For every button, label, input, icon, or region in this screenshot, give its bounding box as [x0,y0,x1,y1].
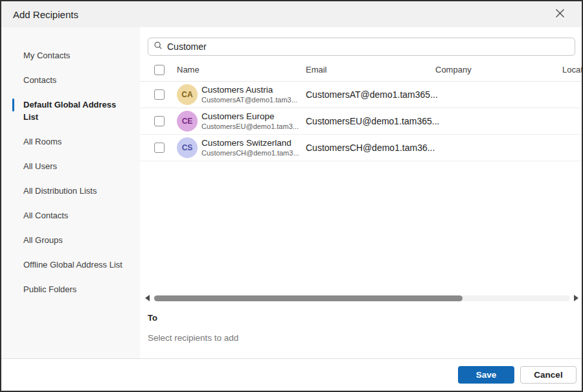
recipient-name: Customers Austria [201,85,297,95]
sidebar-item-all-contacts[interactable]: All Contacts [1,203,140,228]
sidebar-item-label: Public Folders [23,284,76,294]
to-placeholder-text: Select recipients to add [148,333,574,343]
sidebar-item-all-users[interactable]: All Users [1,154,140,179]
column-header-name: Name [177,65,306,75]
recipient-alias: CustomersEU@demo1.tam3... [201,122,299,131]
dialog-footer: Save Cancel [1,358,582,391]
scrollbar-track[interactable] [154,295,570,301]
avatar: CA [177,84,198,105]
to-label: To [148,313,574,323]
cancel-button[interactable]: Cancel [520,366,577,384]
sidebar-item-label: All Contacts [23,211,68,220]
dialog-titlebar: Add Recipients [1,1,582,27]
row-checkbox[interactable] [154,89,165,100]
sidebar-item-contacts[interactable]: Contacts [1,68,140,93]
table-row[interactable]: CA Customers Austria CustomersAT@demo1.t… [140,82,582,108]
table-header: Name Email Company Location [140,58,582,82]
recipient-name: Customers Switzerland [201,138,299,148]
sidebar-item-label: All Rooms [23,137,62,146]
to-section: To Select recipients to add [140,304,582,358]
sidebar-item-label: Contacts [23,75,56,85]
scrollbar-right-arrow-icon[interactable] [574,295,578,301]
recipient-name: Customers Europe [201,111,299,122]
selected-indicator [12,98,14,111]
select-all-checkbox[interactable] [154,65,165,75]
scrollbar-left-arrow-icon[interactable] [145,295,150,301]
table-row[interactable]: CS Customers Switzerland CustomersCH@dem… [140,135,582,161]
close-icon [555,8,565,20]
recipient-alias: CustomersAT@demo1.tam3... [201,95,297,104]
column-header-company: Company [435,65,562,75]
avatar: CE [177,111,198,132]
dialog-title: Add Recipients [13,9,78,20]
close-button[interactable] [551,5,569,23]
scrollbar-thumb[interactable] [154,295,463,301]
recipients-panel: Name Email Company Location CA Customers… [140,27,582,358]
row-checkbox[interactable] [154,143,165,153]
search-area [140,27,582,58]
sidebar-item-label: All Groups [23,235,63,245]
recipient-email: CustomersCH@demo1.tam36... [306,143,435,153]
sidebar-item-public-folders[interactable]: Public Folders [1,277,140,302]
sidebar-item-default-global-address-list[interactable]: Default Global Address List [1,93,140,130]
column-header-email: Email [306,65,435,75]
sidebar-item-all-distribution-lists[interactable]: All Distribution Lists [1,179,140,203]
search-box [148,38,575,56]
sidebar-item-label: All Users [23,161,57,171]
sidebar-item-all-rooms[interactable]: All Rooms [1,130,140,154]
sidebar-item-label: My Contacts [23,51,70,60]
recipient-email: CustomersEU@demo1.tam365... [306,116,439,126]
sidebar-item-my-contacts[interactable]: My Contacts [1,43,140,68]
address-list-sidebar: My Contacts Contacts Default Global Addr… [1,27,140,358]
sidebar-item-all-groups[interactable]: All Groups [1,228,140,253]
search-icon [154,41,167,52]
search-input[interactable] [167,41,569,52]
sidebar-item-label: All Distribution Lists [23,186,97,196]
add-recipients-dialog: Add Recipients My Contacts Contacts Defa… [0,0,583,392]
sidebar-item-label: Offline Global Address List [23,260,122,270]
recipient-alias: CustomersCH@demo1.tam3... [201,148,299,157]
row-checkbox[interactable] [154,116,165,126]
dialog-body: My Contacts Contacts Default Global Addr… [1,27,582,358]
save-button[interactable]: Save [458,366,514,384]
column-header-location: Location [562,65,582,75]
sidebar-item-label: Default Global Address List [23,100,116,122]
sidebar-item-offline-global-address-list[interactable]: Offline Global Address List [1,253,140,277]
table-row[interactable]: CE Customers Europe CustomersEU@demo1.ta… [140,108,582,135]
empty-list-space [140,161,582,294]
recipient-email: CustomersAT@demo1.tam365... [306,89,438,100]
avatar: CS [177,137,198,158]
horizontal-scrollbar[interactable] [140,294,582,303]
